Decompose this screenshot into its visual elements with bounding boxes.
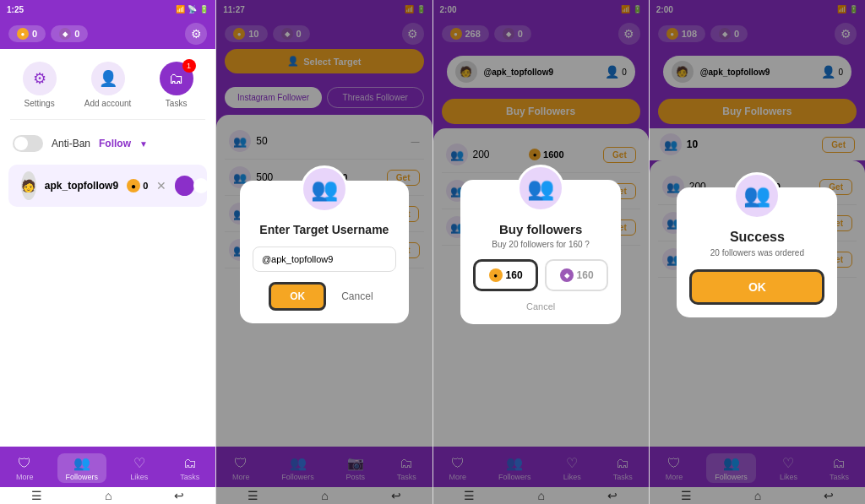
home-icon-1: ⌂	[105, 489, 112, 502]
bottom-more-1[interactable]: 🛡 More	[8, 454, 42, 483]
main-content-3: Buy Followers 👥 Buy followers Buy 20 fol…	[433, 95, 649, 504]
more-label-1: More	[16, 473, 34, 481]
ok-large-btn[interactable]: OK	[689, 269, 824, 305]
diamond-icon-1: ◆	[59, 28, 71, 40]
diamond-amount: 160	[577, 269, 594, 281]
screen2: 11:27 📶🔋 ● 10 ◆ 0 ⚙ 👤 Select Target	[216, 0, 432, 504]
account-name: apk_topfollow9	[45, 180, 118, 192]
gold-option-icon: ●	[489, 268, 503, 282]
gold-icon-1: ●	[17, 28, 29, 40]
settings-label: Settings	[24, 99, 55, 108]
diamond-option-icon: ◆	[560, 268, 574, 282]
modal-title-2: Enter Target Username	[253, 223, 396, 236]
modal-avatar-2: 👥	[301, 165, 348, 213]
account-coin-count: ● 0	[127, 179, 148, 192]
more-icon-1: 🛡	[18, 456, 31, 471]
remove-account-btn[interactable]: ✕	[156, 179, 166, 192]
nav-icons-row: ⚙ Settings 👤 Add account 🗂 1 Tasks	[0, 49, 215, 112]
tasks-label-1: Tasks	[180, 473, 199, 481]
username-input[interactable]	[253, 247, 396, 272]
bottom-likes-1[interactable]: ♡ Likes	[122, 453, 156, 483]
list-area-4: 👥 Success 20 followers was ordered OK 👥 …	[650, 160, 865, 504]
buy-title: Buy followers	[473, 222, 608, 236]
toggle-knob	[14, 137, 28, 150]
modal-overlay-3: 👥 Buy followers Buy 20 followers for 160…	[433, 128, 649, 504]
settings-nav-item[interactable]: ⚙ Settings	[23, 62, 57, 108]
likes-label-1: Likes	[130, 473, 148, 481]
followers-label-1: Followers	[66, 473, 99, 481]
account-toggle[interactable]	[175, 176, 194, 196]
dropdown-arrow[interactable]: ▼	[139, 139, 148, 149]
bottom-followers-1[interactable]: 👥 Followers	[57, 453, 107, 483]
buy-modal-card: 👥 Buy followers Buy 20 followers for 160…	[460, 180, 621, 324]
buy-subtitle: Buy 20 followers for 160 ?	[473, 240, 608, 249]
main-content-4: Buy Followers 👥 10 Get 👥 Success 20 foll…	[650, 95, 865, 504]
add-account-label: Add account	[84, 99, 132, 108]
status-time-1: 1:25	[7, 5, 24, 14]
settings-icon: ⚙	[23, 62, 57, 95]
status-bar-1: 1:25 📶📡🔋	[0, 0, 215, 19]
anti-ban-toggle[interactable]	[13, 135, 43, 152]
list-area-2: 👥 50 — 👥 Enter Target Username OK Cancel	[216, 115, 432, 504]
account-toggle-knob	[193, 178, 209, 193]
gold-coin-1[interactable]: ● 0	[8, 25, 46, 42]
main-content-2: 👤 Select Target Instagram Follower Threa…	[216, 49, 432, 504]
status-icons-1: 📶📡🔋	[176, 5, 209, 14]
modal-avatar-4: 👥	[733, 172, 781, 219]
bottom-nav-1: 🛡 More 👥 Followers ♡ Likes 🗂 Tasks	[0, 447, 215, 487]
buy-options: ● 160 ◆ 160	[473, 259, 608, 291]
tasks-icon-1: 🗂	[183, 456, 197, 471]
add-account-icon: 👤	[91, 62, 125, 95]
success-title: Success	[689, 230, 824, 245]
cancel-button-2[interactable]: Cancel	[335, 282, 379, 311]
follow-button[interactable]: Follow	[99, 138, 131, 149]
success-modal-card: 👥 Success 20 followers was ordered OK	[677, 187, 837, 317]
screen3: 2:00 📶🔋 ● 268 ◆ 0 ⚙ 🧑 @apk_topfollow9	[433, 0, 650, 504]
followers-icon-1: 👥	[73, 455, 90, 471]
tasks-nav-item[interactable]: 🗂 1 Tasks	[160, 62, 193, 108]
anti-ban-row: Anti-Ban Follow ▼	[0, 127, 215, 160]
modal-buttons-2: OK Cancel	[253, 282, 396, 311]
success-subtitle: 20 followers was ordered	[689, 248, 824, 257]
screen4: 2:00 📶🔋 ● 108 ◆ 0 ⚙ 🧑 @apk_topfollow9	[650, 0, 865, 504]
screen1: 1:25 📶📡🔋 ● 0 ◆ 0 ⚙ ⚙ Sett	[0, 0, 216, 504]
coin-bar-1: ● 0 ◆ 0 ⚙	[0, 19, 215, 49]
system-bar-1: ☰ ⌂ ↩	[0, 487, 215, 504]
likes-icon-1: ♡	[133, 455, 145, 471]
modal-card-2: 👥 Enter Target Username OK Cancel	[240, 181, 409, 323]
diamond-coin-1[interactable]: ◆ 0	[51, 25, 88, 42]
modal-avatar-3: 👥	[517, 165, 564, 212]
account-avatar: 🧑	[21, 171, 36, 200]
divider-1	[10, 119, 205, 120]
tasks-badge: 1	[182, 59, 196, 73]
list-area-3: 👥 Buy followers Buy 20 followers for 160…	[433, 128, 649, 504]
anti-ban-label: Anti-Ban	[52, 138, 90, 149]
gold-amount: 160	[506, 269, 523, 281]
add-account-nav-item[interactable]: 👤 Add account	[84, 62, 132, 108]
cancel-text-3[interactable]: Cancel	[473, 301, 608, 312]
diamond-option[interactable]: ◆ 160	[545, 259, 608, 291]
tasks-label: Tasks	[166, 99, 188, 108]
ok-button-2[interactable]: OK	[269, 282, 326, 311]
bottom-tasks-1[interactable]: 🗂 Tasks	[171, 454, 208, 483]
modal-overlay-2: 👥 Enter Target Username OK Cancel	[216, 115, 432, 504]
gold-option[interactable]: ● 160	[473, 259, 538, 291]
menu-icon-1: ☰	[31, 489, 42, 502]
back-icon-1: ↩	[174, 489, 184, 502]
modal-overlay-4: 👥 Success 20 followers was ordered OK	[650, 160, 865, 504]
account-row: 🧑 apk_topfollow9 ● 0 ✕	[8, 165, 207, 207]
gear-button-1[interactable]: ⚙	[185, 23, 207, 45]
account-gold-icon: ●	[127, 179, 140, 192]
